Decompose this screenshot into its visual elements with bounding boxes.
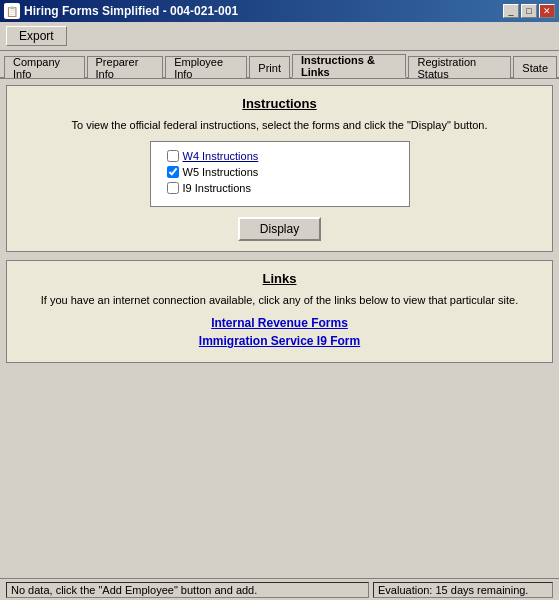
- status-right: Evaluation: 15 days remaining.: [373, 582, 553, 598]
- tab-state[interactable]: State: [513, 56, 557, 78]
- title-bar: 📋 Hiring Forms Simplified - 004-021-001 …: [0, 0, 559, 22]
- links-description: If you have an internet connection avail…: [21, 294, 538, 306]
- app-icon: 📋: [4, 3, 20, 19]
- tab-registration-status[interactable]: Registration Status: [408, 56, 511, 78]
- w5-label: W5 Instructions: [183, 166, 259, 178]
- tab-preparer-info[interactable]: Preparer Info: [87, 56, 164, 78]
- checkbox-row-w4: W4 Instructions: [167, 150, 393, 162]
- minimize-button[interactable]: _: [503, 4, 519, 18]
- w5-checkbox[interactable]: [167, 166, 179, 178]
- maximize-button[interactable]: □: [521, 4, 537, 18]
- instructions-panel: Instructions To view the official federa…: [6, 85, 553, 252]
- status-bar: No data, click the "Add Employee" button…: [0, 578, 559, 600]
- irs-forms-link[interactable]: Internal Revenue Forms: [21, 316, 538, 330]
- w4-checkbox[interactable]: [167, 150, 179, 162]
- window-title: Hiring Forms Simplified - 004-021-001: [24, 4, 238, 18]
- links-title: Links: [21, 271, 538, 286]
- checkbox-row-w5: W5 Instructions: [167, 166, 393, 178]
- tab-employee-info[interactable]: Employee Info: [165, 56, 247, 78]
- display-button-wrapper: Display: [21, 217, 538, 241]
- tab-company-info[interactable]: Company Info: [4, 56, 85, 78]
- checkbox-area: W4 Instructions W5 Instructions I9 Instr…: [150, 141, 410, 207]
- links-panel: Links If you have an internet connection…: [6, 260, 553, 363]
- export-button[interactable]: Export: [6, 26, 67, 46]
- i9-label: I9 Instructions: [183, 182, 251, 194]
- checkbox-row-i9: I9 Instructions: [167, 182, 393, 194]
- toolbar: Export: [0, 22, 559, 51]
- instructions-description: To view the official federal instruction…: [21, 119, 538, 131]
- main-content: Instructions To view the official federa…: [0, 79, 559, 571]
- i9-checkbox[interactable]: [167, 182, 179, 194]
- tabs-bar: Company Info Preparer Info Employee Info…: [0, 51, 559, 79]
- tab-print[interactable]: Print: [249, 56, 290, 78]
- i9-form-link[interactable]: Immigration Service I9 Form: [21, 334, 538, 348]
- close-button[interactable]: ✕: [539, 4, 555, 18]
- status-left: No data, click the "Add Employee" button…: [6, 582, 369, 598]
- window-controls: _ □ ✕: [503, 4, 555, 18]
- tab-instructions-links[interactable]: Instructions & Links: [292, 54, 407, 78]
- display-button[interactable]: Display: [238, 217, 321, 241]
- instructions-title: Instructions: [21, 96, 538, 111]
- w4-label[interactable]: W4 Instructions: [183, 150, 259, 162]
